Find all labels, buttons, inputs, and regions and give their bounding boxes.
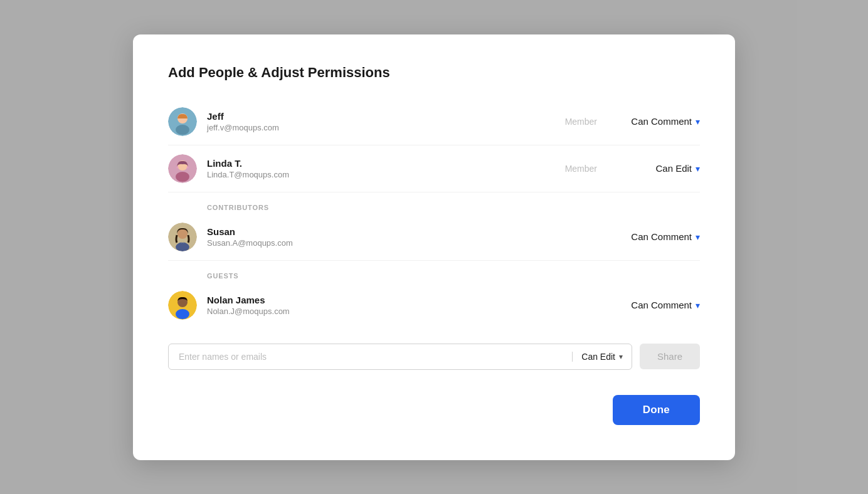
svg-point-7	[176, 172, 189, 182]
done-button[interactable]: Done	[613, 395, 700, 425]
share-button[interactable]: Share	[640, 344, 700, 369]
person-name-linda: Linda T.	[207, 157, 553, 170]
avatar-nolan	[168, 291, 197, 320]
person-info-susan: Susan Susan.A@moqups.com	[207, 226, 553, 248]
permission-text-jeff: Can Comment	[631, 116, 692, 127]
invite-permission-select[interactable]: Can Edit ▾	[572, 352, 632, 362]
person-info-linda: Linda T. Linda.T@moqups.com	[207, 157, 553, 180]
person-row-susan: Susan Susan.A@moqups.com Can Comment ▾	[168, 216, 700, 258]
permission-text-susan: Can Comment	[631, 231, 692, 242]
svg-point-10	[176, 243, 189, 251]
person-email-jeff: jeff.v@moqups.com	[207, 123, 553, 132]
person-email-linda: Linda.T@moqups.com	[207, 170, 553, 179]
permission-text-linda: Can Edit	[655, 163, 692, 174]
person-email-susan: Susan.A@moqups.com	[207, 238, 553, 248]
modal-overlay: Add People & Adjust Permissions Jeff jef…	[0, 0, 868, 494]
avatar-susan	[168, 223, 197, 251]
invite-input-wrap: Can Edit ▾	[168, 344, 632, 370]
contributors-section-label: CONTRIBUTORS	[168, 204, 700, 211]
person-name-susan: Susan	[207, 226, 553, 238]
divider-3	[168, 260, 700, 261]
done-row: Done	[168, 395, 700, 425]
permission-dropdown-susan[interactable]: Can Comment ▾	[612, 231, 700, 242]
divider-1	[168, 145, 700, 145]
role-linda: Member	[553, 164, 597, 174]
person-email-nolan: Nolan.J@moqups.com	[207, 307, 553, 316]
guests-section-label: GUESTS	[168, 272, 700, 280]
person-row-nolan: Nolan James Nolan.J@moqups.com Can Comme…	[168, 285, 700, 326]
person-row-jeff: Jeff jeff.v@moqups.com Member Can Commen…	[168, 101, 700, 142]
chevron-down-icon: ▾	[696, 300, 700, 310]
invite-permission-text: Can Edit	[581, 352, 615, 362]
permission-dropdown-jeff[interactable]: Can Comment ▾	[612, 116, 700, 127]
person-name-jeff: Jeff	[207, 110, 553, 123]
chevron-down-icon: ▾	[696, 164, 700, 174]
chevron-down-icon: ▾	[696, 232, 700, 242]
invite-input[interactable]	[169, 344, 572, 369]
svg-point-2	[176, 125, 189, 135]
svg-point-5	[177, 166, 179, 168]
avatar-jeff	[168, 107, 197, 136]
svg-point-13	[176, 309, 189, 319]
modal-title: Add People & Adjust Permissions	[168, 65, 700, 81]
permissions-modal: Add People & Adjust Permissions Jeff jef…	[133, 34, 735, 460]
permission-text-nolan: Can Comment	[631, 300, 692, 310]
person-info-jeff: Jeff jeff.v@moqups.com	[207, 110, 553, 133]
svg-point-6	[187, 166, 189, 168]
chevron-down-icon: ▾	[619, 352, 623, 361]
permission-dropdown-linda[interactable]: Can Edit ▾	[612, 163, 700, 174]
svg-point-9	[177, 229, 188, 239]
role-jeff: Member	[553, 117, 597, 127]
invite-row: Can Edit ▾ Share	[168, 344, 700, 370]
person-row-linda: Linda T. Linda.T@moqups.com Member Can E…	[168, 148, 700, 189]
avatar-linda	[168, 154, 197, 183]
divider-2	[168, 192, 700, 192]
person-info-nolan: Nolan James Nolan.J@moqups.com	[207, 294, 553, 317]
person-name-nolan: Nolan James	[207, 294, 553, 307]
permission-dropdown-nolan[interactable]: Can Comment ▾	[612, 300, 700, 310]
chevron-down-icon: ▾	[696, 117, 700, 127]
